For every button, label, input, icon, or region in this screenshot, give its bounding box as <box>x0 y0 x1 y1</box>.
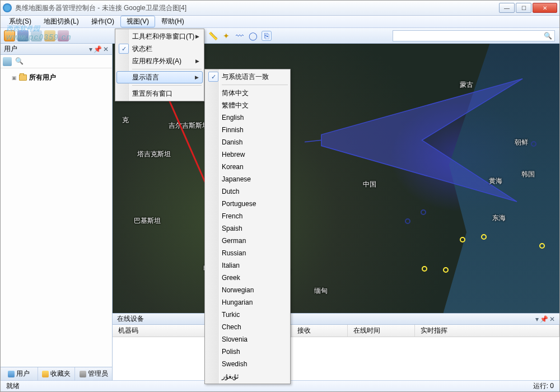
close-button[interactable]: ✕ <box>533 3 557 13</box>
search-icon[interactable]: 🔍 <box>544 32 552 40</box>
lang-menu-item[interactable]: 繁體中文 <box>206 99 289 111</box>
tab-favorites[interactable]: 收藏夹 <box>38 367 76 380</box>
toolbar-button[interactable] <box>31 30 42 41</box>
lang-menu-item[interactable]: Finnish <box>206 124 289 136</box>
menu-2[interactable]: 操作(O) <box>85 16 120 27</box>
map-label: 吉尔吉斯斯坦 <box>169 121 209 130</box>
device-column-header[interactable]: 在线时间 <box>348 325 415 337</box>
lang-menu-item[interactable]: Slovenia <box>206 333 289 346</box>
window-title: 奥维地图服务器管理控制台 - 未连接 Google卫星混合图[4] <box>15 3 499 13</box>
star-wand-icon[interactable]: ✦ <box>221 31 231 41</box>
user-icon <box>8 371 15 377</box>
status-left: 就绪 <box>6 381 20 391</box>
menu-4[interactable]: 帮助(H) <box>155 16 190 27</box>
close-icon[interactable]: ✕ <box>103 45 109 53</box>
pin-icon[interactable]: 📌 <box>540 315 548 323</box>
devices-body[interactable] <box>113 337 559 380</box>
panel-header: 用户 ▾ 📌 ✕ <box>1 44 112 55</box>
window-buttons: — ☐ ✕ <box>499 3 557 13</box>
user-tree[interactable]: ▣ 所有用户 <box>1 68 112 367</box>
map-marker[interactable] <box>443 267 449 273</box>
circle-icon[interactable]: ◯ <box>248 31 258 41</box>
lang-menu-item[interactable]: Italian <box>206 259 289 272</box>
map-label: 巴基斯坦 <box>134 216 161 226</box>
map-marker[interactable] <box>422 266 427 272</box>
lang-menu-item[interactable]: Polish <box>206 346 289 358</box>
lang-menu-item[interactable]: Greek <box>206 272 289 284</box>
lang-menu-item[interactable]: Spaish <box>206 222 289 235</box>
menu-3[interactable]: 视图(V) <box>120 16 155 27</box>
lang-menu-item[interactable]: Danish <box>206 136 289 148</box>
lang-menu-item[interactable]: German <box>206 235 289 247</box>
lang-menu-item[interactable]: ئۇيغۇر <box>206 370 289 382</box>
map-label: 朝鲜 <box>515 138 528 147</box>
map-marker[interactable] <box>460 237 465 242</box>
lang-menu-item[interactable]: Russian <box>206 247 289 259</box>
view-menu-item[interactable]: 重置所有窗口 <box>116 87 203 100</box>
close-icon[interactable]: ✕ <box>549 315 555 323</box>
tree-root-item[interactable]: ▣ 所有用户 <box>4 72 109 83</box>
map-label: 蒙古 <box>460 80 473 90</box>
map-marker[interactable] <box>405 218 410 224</box>
device-column-header[interactable]: 实时指挥 <box>415 325 559 337</box>
folder-icon <box>19 74 27 81</box>
lang-menu-item[interactable]: ✓与系统语言一致 <box>206 71 289 83</box>
lang-menu-item[interactable]: Japanese <box>206 173 289 185</box>
toolbar-button[interactable] <box>17 30 29 41</box>
map-marker[interactable] <box>481 234 487 240</box>
devices-header: 在线设备 ▾ 📌 ✕ <box>113 314 559 325</box>
attach-icon[interactable]: ⎘ <box>262 31 272 41</box>
view-menu-item[interactable]: 应用程序外观(A)▶ <box>116 55 203 67</box>
tab-users[interactable]: 用户 <box>1 367 38 380</box>
toolbar-button[interactable] <box>44 30 55 41</box>
lang-menu-item[interactable]: Chech <box>206 321 289 333</box>
toolbar-button[interactable] <box>4 30 15 41</box>
view-menu-item[interactable]: 工具栏和停靠窗口(T)▶ <box>116 30 203 43</box>
expand-icon[interactable]: ▣ <box>12 75 17 81</box>
search-input[interactable]: 🔍 <box>393 30 555 41</box>
language-submenu[interactable]: ✓与系统语言一致简体中文繁體中文EnglishFinnishDanishHebr… <box>204 69 291 384</box>
map-label: 塔吉克斯坦 <box>137 150 171 159</box>
maximize-button[interactable]: ☐ <box>516 3 531 13</box>
lang-menu-item[interactable]: Norwegian <box>206 284 289 296</box>
view-menu[interactable]: 工具栏和停靠窗口(T)▶✓状态栏应用程序外观(A)▶显示语言▶重置所有窗口 <box>115 29 204 101</box>
map-label: 韩国 <box>521 170 535 179</box>
device-column-header[interactable]: 接收 <box>292 325 348 337</box>
map-label: 克 <box>122 115 129 125</box>
status-right: 运行: 0 <box>533 381 554 391</box>
lang-menu-item[interactable]: Hebrew <box>206 148 289 161</box>
lang-menu-item[interactable]: French <box>206 210 289 222</box>
lang-menu-item[interactable]: Korean <box>206 161 289 173</box>
chevron-down-icon[interactable]: ▾ <box>535 315 539 323</box>
polyline-icon[interactable]: 〰 <box>235 31 245 41</box>
minimize-button[interactable]: — <box>499 3 515 13</box>
map-label: 黄海 <box>489 176 502 186</box>
view-menu-item[interactable]: ✓状态栏 <box>116 43 203 55</box>
titlebar: 奥维地图服务器管理控制台 - 未连接 Google卫星混合图[4] — ☐ ✕ <box>1 1 559 16</box>
menu-1[interactable]: 地图切换(L) <box>38 16 85 27</box>
map-marker[interactable] <box>539 243 545 249</box>
refresh-icon[interactable] <box>3 57 12 66</box>
devices-panel: 在线设备 ▾ 📌 ✕ 机器码发送接收在线时间实时指挥 <box>113 313 559 380</box>
panel-title: 用户 <box>4 44 17 54</box>
map-label: 缅甸 <box>314 286 328 296</box>
lang-menu-item[interactable]: Swedish <box>206 358 289 370</box>
lang-menu-item[interactable]: Turkic <box>206 309 289 321</box>
map-overlay <box>305 71 550 232</box>
search-icon[interactable]: 🔍 <box>15 57 24 66</box>
map-toolbar: 📏 ✦ 〰 ◯ ⎘ 🔍 <box>208 28 555 44</box>
view-menu-item[interactable]: 显示语言▶ <box>116 71 203 83</box>
map-marker[interactable] <box>531 141 536 147</box>
toolbar-button[interactable] <box>58 30 69 41</box>
lang-menu-item[interactable]: Portuguese <box>206 198 289 210</box>
chevron-down-icon[interactable]: ▾ <box>89 45 92 53</box>
lang-menu-item[interactable]: 简体中文 <box>206 87 289 99</box>
ruler-icon[interactable]: 📏 <box>208 31 218 41</box>
lang-menu-item[interactable]: English <box>206 111 289 124</box>
tab-admin[interactable]: 管理员 <box>75 367 112 380</box>
menu-0[interactable]: 系统(S) <box>3 16 38 27</box>
lang-menu-item[interactable]: Dutch <box>206 185 289 198</box>
pin-icon[interactable]: 📌 <box>94 45 102 53</box>
lang-menu-item[interactable]: Hungarian <box>206 296 289 309</box>
map-marker[interactable] <box>421 209 426 215</box>
